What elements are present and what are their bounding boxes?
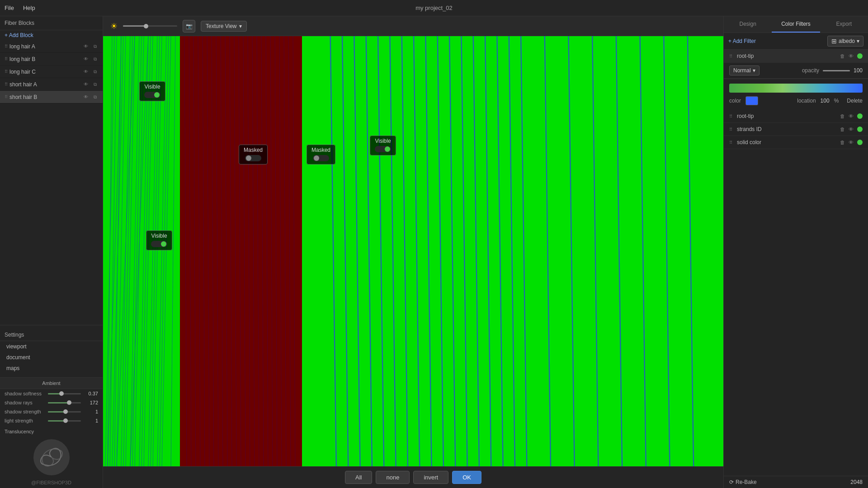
logo-circle [33, 439, 70, 475]
add-block-button[interactable]: + Add Block [0, 30, 103, 40]
delete-color-stop-button[interactable]: Delete [847, 98, 863, 104]
drag-handle-icon: ⠿ [729, 54, 732, 59]
eye-icon[interactable]: 👁 [83, 43, 89, 50]
canvas-viewport: Visible Masked Masked Visible Visible [103, 36, 723, 466]
fiber-item-long-hair-a[interactable]: ⠿ long hair A 👁 ⧉ [0, 40, 103, 53]
svg-line-51 [425, 36, 431, 466]
badge-label: Masked [244, 147, 263, 153]
help-menu[interactable]: Help [23, 5, 35, 11]
filter-row-icons: 🗑 👁 [840, 53, 863, 59]
settings-maps[interactable]: maps [0, 363, 103, 374]
drag-handle-icon: ⠿ [729, 114, 732, 119]
svg-line-54 [497, 36, 503, 466]
drag-icon: ⠿ [5, 44, 8, 49]
file-menu[interactable]: File [5, 5, 14, 11]
shadow-rays-slider[interactable] [48, 402, 81, 404]
settings-document[interactable]: document [0, 352, 103, 363]
shadow-strength-slider[interactable] [48, 411, 81, 413]
add-filter-button[interactable]: + Add Filter [728, 38, 756, 44]
visible-toggle-top-left[interactable] [144, 92, 160, 98]
blend-mode-row: Normal ▾ opacity 100 [724, 63, 868, 79]
copy-icon[interactable]: ⧉ [92, 56, 98, 62]
filter-row-icons: 🗑 👁 [840, 113, 863, 119]
drag-handle-icon: ⠿ [729, 140, 732, 145]
hair-strands-right [307, 36, 723, 466]
hide-filter-icon[interactable]: 👁 [849, 140, 854, 145]
svg-line-24 [203, 36, 205, 466]
hide-filter-icon[interactable]: 👁 [849, 53, 854, 59]
masked-badge-center-right: Masked [307, 145, 335, 164]
fiber-item-icons: 👁 ⧉ [83, 94, 98, 100]
copy-icon[interactable]: ⧉ [92, 81, 98, 88]
tab-export[interactable]: Export [820, 16, 868, 33]
badge-label: Visible [144, 84, 160, 90]
fiber-item-long-hair-b[interactable]: ⠿ long hair B 👁 ⧉ [0, 53, 103, 66]
filter-row-icons: 🗑 👁 [840, 127, 863, 132]
rebake-button[interactable]: ⟳ Re-Bake [729, 479, 757, 485]
hide-filter-icon[interactable]: 👁 [849, 127, 854, 132]
shadow-softness-slider[interactable] [48, 393, 81, 394]
masked-toggle-center-right[interactable] [313, 155, 329, 161]
camera-btn[interactable]: 📷 [183, 20, 195, 33]
opacity-slider[interactable] [823, 70, 850, 71]
filter-toggle-root-tip[interactable] [857, 53, 863, 59]
delete-filter-icon[interactable]: 🗑 [840, 127, 845, 132]
fiber-item-short-hair-b[interactable]: ⠿ short hair B 👁 ⧉ [0, 91, 103, 103]
badge-label: Visible [151, 233, 167, 239]
delete-filter-icon[interactable]: 🗑 [840, 53, 845, 59]
masked-toggle-center-left[interactable] [245, 155, 261, 161]
albedo-select[interactable]: ⊞ albedo ▾ [827, 36, 863, 47]
hair-panel-right [307, 36, 723, 466]
hide-filter-icon[interactable]: 👁 [849, 113, 854, 119]
filter-toggle-strands[interactable] [857, 127, 863, 132]
none-button[interactable]: none [376, 471, 410, 484]
blend-mode-select[interactable]: Normal ▾ [729, 66, 760, 75]
svg-line-22 [184, 36, 187, 466]
shadow-rays-row: shadow rays 172 [0, 398, 103, 407]
light-strength-label: light strength [5, 418, 45, 423]
copy-icon[interactable]: ⧉ [92, 43, 98, 50]
fiber-item-short-hair-a[interactable]: ⠿ short hair A 👁 ⧉ [0, 78, 103, 91]
light-strength-slider[interactable] [48, 420, 81, 422]
copy-icon[interactable]: ⧉ [92, 94, 98, 100]
visible-toggle-right[interactable] [375, 146, 391, 152]
filter-toggle-rt2[interactable] [857, 113, 863, 119]
color-row: color location 100 % Delete [729, 96, 863, 105]
settings-header: Settings [0, 329, 103, 341]
eye-icon[interactable]: 👁 [83, 56, 89, 62]
invert-button[interactable]: invert [413, 471, 448, 484]
tab-design[interactable]: Design [724, 16, 772, 33]
eye-icon[interactable]: 👁 [83, 69, 89, 75]
settings-viewport[interactable]: viewport [0, 341, 103, 352]
svg-line-58 [592, 36, 598, 466]
ok-button[interactable]: OK [452, 471, 481, 484]
delete-filter-icon[interactable]: 🗑 [840, 113, 845, 119]
svg-line-50 [402, 36, 408, 466]
color-label: color [729, 98, 741, 104]
color-swatch[interactable] [745, 96, 758, 105]
fiber-item-long-hair-c[interactable]: ⠿ long hair C 👁 ⧉ [0, 66, 103, 78]
delete-filter-icon[interactable]: 🗑 [840, 140, 845, 145]
filter-name-root-tip-2: root-tip [737, 113, 837, 119]
opacity-label: opacity [802, 67, 819, 74]
menu-bar: File Help [5, 5, 35, 11]
bake-size: 2048 [850, 479, 863, 485]
tab-color-filters[interactable]: Color Filters [772, 16, 820, 33]
all-button[interactable]: All [345, 471, 372, 484]
filter-toggle-solid[interactable] [857, 140, 863, 145]
gradient-bar[interactable] [729, 84, 863, 93]
visible-toggle-bottom-left[interactable] [151, 241, 167, 247]
eye-icon[interactable]: 👁 [83, 81, 89, 88]
layers-icon: ⊞ [831, 38, 837, 45]
svg-line-15 [112, 36, 123, 466]
shadow-strength-label: shadow strength [5, 409, 45, 414]
fiber-item-icons: 👁 ⧉ [83, 43, 98, 50]
svg-line-49 [378, 36, 384, 466]
svg-line-68 [461, 36, 467, 466]
eye-icon[interactable]: 👁 [83, 94, 89, 100]
copy-icon[interactable]: ⧉ [92, 69, 98, 75]
right-bottom: ⟳ Re-Bake 2048 [724, 476, 868, 488]
svg-line-48 [354, 36, 360, 466]
texture-view-button[interactable]: Texture View ▾ [201, 21, 247, 32]
brightness-slider[interactable] [123, 25, 177, 27]
